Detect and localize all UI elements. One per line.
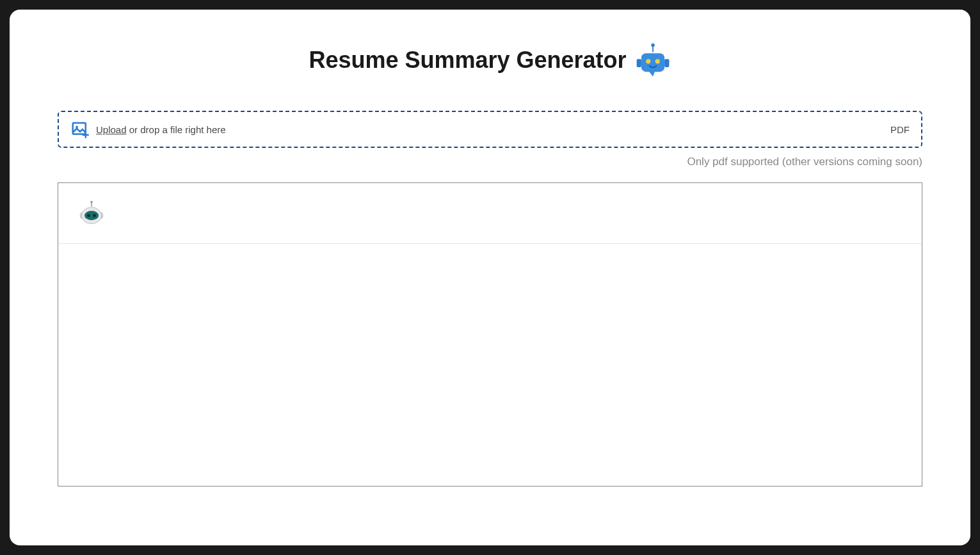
svg-rect-4 xyxy=(641,53,664,72)
chat-output-area[interactable] xyxy=(58,182,922,487)
bot-avatar-icon xyxy=(77,199,106,227)
upload-left-section: Upload or drop a file right here xyxy=(70,120,226,139)
svg-rect-3 xyxy=(664,59,669,67)
svg-rect-2 xyxy=(636,59,641,67)
upload-image-icon xyxy=(70,120,90,139)
main-container: Resume Summary Generator xyxy=(10,10,970,545)
page-header: Resume Summary Generator xyxy=(58,42,922,79)
svg-rect-13 xyxy=(91,203,92,207)
upload-text-container: Upload or drop a file right here xyxy=(96,124,226,135)
svg-marker-5 xyxy=(648,70,655,76)
page-title: Resume Summary Generator xyxy=(309,47,626,74)
support-message: Only pdf supported (other versions comin… xyxy=(58,156,922,168)
svg-point-7 xyxy=(655,59,659,63)
file-type-label: PDF xyxy=(890,124,910,135)
chat-message-row xyxy=(58,183,922,244)
svg-point-19 xyxy=(93,214,96,217)
svg-rect-1 xyxy=(652,46,654,52)
svg-point-6 xyxy=(646,59,650,63)
upload-dropzone[interactable]: Upload or drop a file right here PDF xyxy=(58,111,922,148)
upload-drop-text: or drop a file right here xyxy=(127,124,226,135)
svg-rect-8 xyxy=(73,123,86,134)
robot-icon xyxy=(634,42,671,79)
svg-point-17 xyxy=(84,211,99,220)
svg-point-18 xyxy=(87,214,90,217)
upload-link[interactable]: Upload xyxy=(96,124,127,135)
